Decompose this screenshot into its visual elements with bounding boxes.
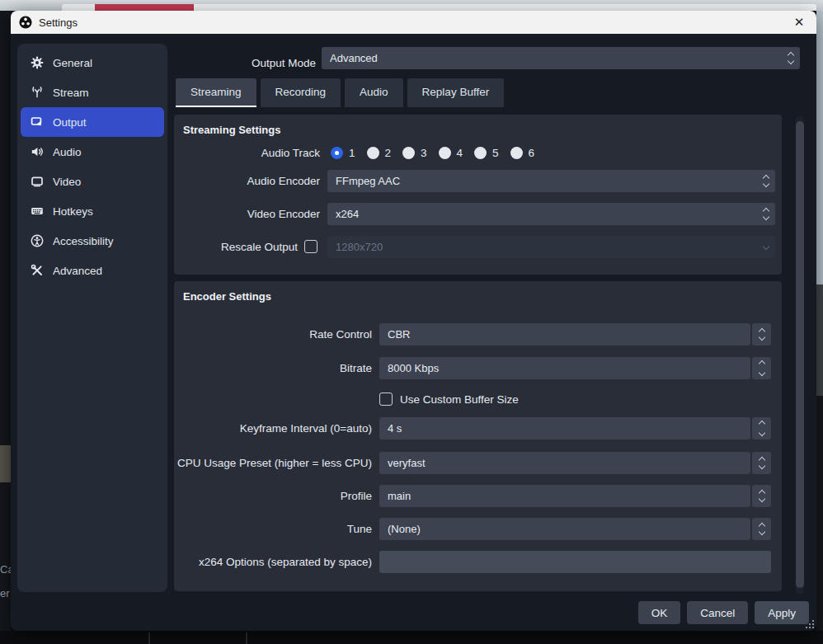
dropdown-spinner[interactable]: [757, 176, 775, 186]
radio-icon: [439, 147, 451, 159]
sidebar-item-label: Hotkeys: [53, 205, 93, 218]
profile-label: Profile: [174, 485, 372, 507]
tab-streaming[interactable]: Streaming: [176, 78, 256, 107]
window-title: Settings: [39, 16, 78, 29]
encoder-settings-panel: Encoder Settings Rate Control CBR Bitrat…: [174, 281, 782, 591]
sidebar-item-accessibility[interactable]: Accessibility: [21, 226, 164, 256]
scrollbar-thumb[interactable]: [796, 121, 804, 588]
custom-buffer-size-checkbox[interactable]: [379, 393, 393, 406]
scrollbar-track[interactable]: [796, 116, 804, 595]
radio-icon: [402, 147, 415, 159]
output-mode-value: Advanced: [322, 52, 782, 64]
close-button[interactable]: ✕: [788, 11, 811, 34]
titlebar[interactable]: Settings ✕: [11, 11, 816, 34]
tab-replay-buffer[interactable]: Replay Buffer: [407, 78, 505, 107]
chevron-up-icon: [758, 360, 764, 367]
output-mode-label: Output Mode: [159, 52, 316, 74]
radio-icon: [474, 147, 487, 159]
tune-spinner[interactable]: [752, 518, 771, 540]
broadcast-icon: [31, 86, 44, 99]
sidebar-item-label: Audio: [53, 146, 82, 158]
cancel-button[interactable]: Cancel: [687, 601, 748, 624]
sidebar: General Stream Output Audio: [17, 44, 167, 592]
audio-track-option-6[interactable]: 6: [510, 147, 535, 159]
chevron-down-icon: [788, 58, 794, 64]
radio-icon: [510, 147, 523, 159]
rate-control-select[interactable]: CBR: [379, 323, 750, 346]
tune-select[interactable]: (None): [379, 518, 750, 540]
bitrate-input[interactable]: 8000 Kbps: [379, 357, 750, 379]
dropdown-spinner: [757, 245, 775, 249]
rescale-output-checkbox[interactable]: [304, 240, 317, 253]
desktop-background-bottom: [0, 631, 823, 644]
tab-audio[interactable]: Audio: [345, 78, 403, 107]
sidebar-item-audio[interactable]: Audio: [21, 137, 164, 167]
custom-buffer-size-row[interactable]: Use Custom Buffer Size: [379, 393, 519, 406]
custom-buffer-size-label: Use Custom Buffer Size: [400, 393, 519, 406]
video-encoder-select[interactable]: x264: [327, 203, 775, 225]
background-red-bar: [95, 4, 194, 11]
profile-spinner[interactable]: [752, 485, 771, 507]
rate-control-label: Rate Control: [174, 323, 372, 346]
sidebar-item-stream[interactable]: Stream: [21, 78, 164, 107]
chevron-down-icon: [763, 181, 769, 187]
x264-options-input[interactable]: [379, 551, 771, 573]
sidebar-item-output[interactable]: Output: [21, 107, 164, 137]
resize-grip[interactable]: [806, 620, 814, 628]
background-patch: [0, 445, 11, 482]
background-divider: [148, 632, 150, 644]
settings-window: Settings ✕ General: [11, 11, 816, 631]
chevron-down-icon: [758, 369, 764, 376]
audio-encoder-select[interactable]: FFmpeg AAC: [327, 170, 775, 192]
sidebar-item-label: Video: [53, 176, 81, 188]
accessibility-icon: [31, 234, 44, 247]
dropdown-spinner[interactable]: [757, 209, 775, 219]
sidebar-item-video[interactable]: Video: [21, 167, 164, 196]
cpu-usage-preset-select[interactable]: veryfast: [379, 452, 750, 474]
keyframe-interval-label: Keyframe Interval (0=auto): [174, 417, 372, 440]
audio-track-option-2[interactable]: 2: [367, 147, 392, 159]
keyframe-interval-input[interactable]: 4 s: [379, 417, 750, 440]
sidebar-item-label: Accessibility: [53, 235, 114, 247]
audio-track-option-3[interactable]: 3: [402, 147, 427, 159]
audio-track-option-4[interactable]: 4: [439, 147, 463, 159]
sidebar-item-general[interactable]: General: [21, 48, 164, 78]
ok-button[interactable]: OK: [638, 601, 681, 624]
sidebar-item-label: Advanced: [53, 265, 102, 277]
chevron-down-icon: [763, 243, 769, 250]
sidebar-item-hotkeys[interactable]: Hotkeys: [21, 196, 164, 226]
rate-control-spinner[interactable]: [752, 323, 771, 346]
keyframe-interval-spinner[interactable]: [752, 417, 771, 440]
audio-track-option-1[interactable]: 1: [331, 147, 355, 159]
background-divider: [246, 632, 247, 644]
bitrate-label: Bitrate: [174, 357, 372, 379]
bitrate-spinner[interactable]: [752, 357, 771, 379]
apply-button[interactable]: Apply: [755, 601, 809, 624]
audio-track-option-5[interactable]: 5: [474, 147, 499, 159]
section-title: Encoder Settings: [183, 290, 271, 303]
output-mode-select[interactable]: Advanced: [322, 47, 800, 69]
tools-icon: [31, 264, 44, 277]
sidebar-item-label: Stream: [53, 87, 89, 99]
rescale-output-label: Rescale Output: [174, 236, 298, 258]
chevron-down-icon: [758, 529, 764, 535]
profile-select[interactable]: main: [379, 485, 750, 507]
output-tabs: Streaming Recording Audio Replay Buffer: [176, 78, 504, 108]
tab-recording[interactable]: Recording: [261, 78, 341, 107]
audio-encoder-label: Audio Encoder: [174, 170, 320, 192]
dropdown-spinner[interactable]: [782, 53, 800, 63]
close-icon: ✕: [794, 15, 805, 30]
cpu-usage-preset-spinner[interactable]: [752, 452, 771, 474]
keyboard-icon: [31, 204, 44, 218]
chevron-up-icon: [758, 421, 764, 427]
rescale-resolution-select: 1280x720: [327, 236, 775, 258]
desktop-background-left: [0, 11, 11, 644]
section-title: Streaming Settings: [183, 124, 280, 136]
gear-icon: [31, 56, 44, 69]
sidebar-item-advanced[interactable]: Advanced: [21, 256, 164, 285]
x264-options-label: x264 Options (separated by space): [174, 551, 372, 573]
background-sky: [816, 11, 823, 284]
sidebar-item-label: General: [53, 57, 92, 69]
chevron-down-icon: [758, 496, 764, 502]
dialog-footer: OK Cancel Apply: [638, 601, 809, 624]
